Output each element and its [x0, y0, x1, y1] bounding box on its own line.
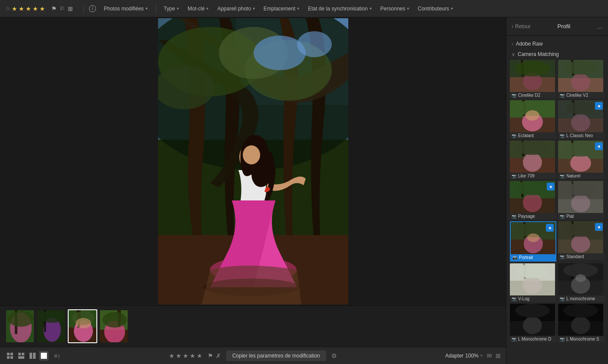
preset-vlog[interactable]: 📷 V-Log: [510, 263, 556, 302]
grid-view-icon[interactable]: [5, 351, 15, 361]
star-5[interactable]: ★: [40, 5, 45, 12]
reject-action-icon[interactable]: ✗: [216, 352, 221, 359]
chevron-photos-modifiees: ▾: [145, 6, 148, 11]
sort-icon[interactable]: ≡↕: [54, 352, 60, 359]
appareil-photo-label: Appareil photo: [217, 6, 251, 12]
etat-synchronisation-filter[interactable]: Etat de la synchronisation ▾: [305, 5, 374, 13]
star-1[interactable]: ★: [12, 5, 17, 12]
svg-point-57: [571, 114, 590, 131]
paysage-star-badge: ★: [547, 183, 555, 190]
type-filter[interactable]: Type ▾: [161, 5, 182, 13]
star-2[interactable]: ★: [19, 5, 24, 12]
bottom-star-rating[interactable]: ★ ★ ★ ★ ★: [169, 352, 202, 359]
preset-thumb-naturel: ★: [558, 141, 605, 173]
cam-icon-paysage: 📷: [512, 214, 516, 219]
flag-action-icon[interactable]: ⚑: [208, 352, 213, 359]
svg-point-82: [571, 235, 590, 253]
chevron-etat-sync: ▾: [370, 6, 372, 11]
adapt-select[interactable]: Adapter 100% ▾: [445, 353, 482, 359]
emplacement-filter[interactable]: Emplacement ▾: [261, 5, 302, 13]
list-view-icon[interactable]: [17, 351, 26, 361]
copy-icon[interactable]: ⊞: [68, 5, 73, 12]
single-view-icon[interactable]: [39, 351, 49, 361]
svg-point-18: [8, 311, 34, 327]
cam-icon-standard: 📷: [560, 255, 565, 259]
bottom-star-2[interactable]: ★: [176, 352, 182, 359]
preset-label-lclassic-neo: L Classic Neo: [566, 133, 593, 138]
slideshow-icon[interactable]: ⊞: [496, 352, 501, 359]
preset-label-cinelike-d2: Cinelike D2: [518, 93, 540, 98]
mot-cle-filter[interactable]: Mot-clé ▾: [185, 5, 211, 13]
filmstrip-thumb-2[interactable]: [36, 309, 66, 343]
star-rating[interactable]: ☆ ★ ★ ★ ★ ★: [5, 5, 45, 12]
preset-name-cinelike-v2: 📷 Cinelike V2: [558, 92, 605, 98]
chevron-zoom: ▾: [480, 353, 482, 358]
panel-content: › Adobe Raw ∨ Camera Matching: [506, 36, 608, 364]
preset-label-paysage: Paysage: [518, 214, 535, 219]
preset-name-portrait: 📷 Portrait: [511, 254, 555, 261]
preset-name-naturel: 📷 Naturel: [558, 173, 605, 179]
svg-point-49: [564, 61, 597, 75]
preset-lmonochrome-s[interactable]: 📷 L Monochrome S: [558, 304, 605, 342]
panel-more-button[interactable]: ...: [597, 23, 603, 30]
preset-plat[interactable]: 📷 Plat: [558, 181, 605, 220]
preset-label-portrait: Portrait: [519, 255, 533, 260]
split-view-icon[interactable]: [28, 351, 37, 361]
appareil-photo-filter[interactable]: Appareil photo ▾: [215, 5, 257, 13]
star-3[interactable]: ★: [26, 5, 31, 12]
preset-label-plat: Plat: [566, 214, 574, 219]
preset-portrait[interactable]: ★ 📷 Portrait: [510, 221, 556, 262]
preset-name-like709: 📷 Like 709: [510, 173, 556, 179]
right-panel: ‹ Retour Profil ... › Adobe Raw ∨ Camera…: [506, 17, 608, 364]
preset-naturel[interactable]: ★ 📷 Naturel: [558, 141, 605, 179]
preset-cinelike-d2[interactable]: 📷 Cinelike D2: [510, 60, 556, 98]
preset-cinelike-v2[interactable]: 📷 Cinelike V2: [558, 60, 605, 98]
camera-matching-section-header[interactable]: ∨ Camera Matching: [506, 49, 608, 60]
filmstrip-thumb-1[interactable]: [5, 309, 35, 343]
preset-lmonochrome[interactable]: 📷 L monochrome: [558, 263, 605, 302]
preset-lclassic-neo[interactable]: ★ 📷 L Classic Neo: [558, 100, 605, 139]
chevron-left-icon: ‹: [512, 23, 513, 30]
preset-like709[interactable]: 📷 Like 709: [510, 141, 556, 179]
bottom-star-3[interactable]: ★: [183, 352, 188, 359]
contributeurs-filter[interactable]: Contributeurs ▾: [415, 5, 456, 13]
preset-name-vlog: 📷 V-Log: [510, 295, 556, 302]
pin-icon[interactable]: ⚐: [59, 5, 65, 12]
preset-name-lmonochrome: 📷 L monochrome: [558, 295, 605, 302]
preset-standard[interactable]: ★ 📷 Standard: [558, 221, 605, 262]
preset-paysage[interactable]: ★ 📷 Paysage: [510, 181, 556, 220]
bottom-star-4[interactable]: ★: [190, 352, 195, 359]
svg-rect-39: [30, 353, 32, 359]
svg-point-83: [564, 223, 597, 237]
preset-name-standard: 📷 Standard: [558, 253, 605, 260]
gear-icon[interactable]: ⚙: [331, 352, 337, 359]
bottom-star-1[interactable]: ★: [169, 352, 175, 359]
svg-point-65: [570, 154, 591, 172]
panel-header: ‹ Retour Profil ...: [506, 17, 608, 36]
svg-rect-37: [22, 353, 24, 355]
cam-icon: 📷: [512, 93, 516, 98]
mail-icon[interactable]: ✉: [487, 352, 492, 359]
star-4[interactable]: ★: [33, 5, 38, 12]
preset-eclatant[interactable]: 📷 Eclatant: [510, 100, 556, 139]
panel-back-button[interactable]: ‹ Retour: [512, 23, 531, 30]
bottom-star-5[interactable]: ★: [197, 352, 202, 359]
preset-lmonochrome-d[interactable]: 📷 L Monochrome D: [510, 304, 556, 342]
copy-params-button[interactable]: Copier les paramètres de modification: [226, 351, 326, 361]
svg-point-100: [563, 304, 598, 318]
preset-thumb-plat: [558, 181, 605, 213]
personnes-filter[interactable]: Personnes ▾: [378, 5, 412, 13]
filmstrip-thumb-3[interactable]: [68, 309, 97, 343]
cam-icon-plat: 📷: [560, 214, 565, 219]
photos-modifiees-filter[interactable]: Photos modifiées ▾: [101, 5, 150, 13]
preset-label-lmonochrome-s: L Monochrome S: [566, 337, 599, 341]
preset-thumb-like709: [510, 141, 556, 173]
svg-point-70: [514, 181, 551, 195]
flag-icon[interactable]: ⚑: [51, 5, 57, 12]
toolbar-tag-icons: ⚑ ⚐ ⊞: [51, 5, 73, 12]
adobe-raw-section-header[interactable]: › Adobe Raw: [506, 39, 608, 49]
camera-matching-label: Camera Matching: [518, 51, 559, 57]
preset-thumb-vlog: [510, 263, 556, 295]
preset-thumb-lmonochrome-s: [558, 304, 605, 336]
filmstrip-thumb-4[interactable]: [99, 309, 129, 343]
